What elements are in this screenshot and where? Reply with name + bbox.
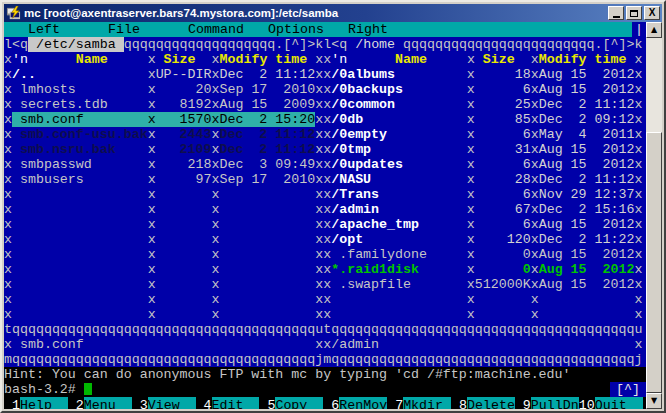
fkey-pulldn-button[interactable]: PullDn (531, 397, 579, 409)
right-file-entry[interactable]: /0backups x 6xAug 15 2012 (331, 82, 634, 97)
text-cursor (84, 383, 92, 395)
menu-item-right[interactable]: Right (348, 22, 388, 37)
panel-border: x (323, 262, 331, 277)
close-button[interactable]: X (644, 6, 660, 20)
left-panel-path[interactable]: /etc/samba (28, 37, 124, 52)
file-mtime (219, 232, 315, 247)
right-file-entry[interactable]: /opt x 120xDec 2 11:22 (331, 232, 634, 247)
panel-border: x (4, 82, 12, 97)
maximize-button[interactable] (626, 6, 642, 20)
file-size: 6 (475, 127, 531, 142)
right-file-entry[interactable]: *.raid1disk x 0xAug 15 2012 (331, 262, 634, 277)
file-size (156, 202, 212, 217)
file-size: 6 (475, 82, 531, 97)
left-file-entry[interactable]: secrets.tdb x 8192xAug 15 2009 (12, 97, 315, 112)
right-file-entry[interactable]: /admin x 67xDec 2 15:16 (331, 202, 634, 217)
right-file-entry[interactable]: /0common x 25xDec 2 11:12 (331, 97, 634, 112)
right-file-entry[interactable]: /0empty x 6xMay 4 2011 (331, 127, 634, 142)
right-panel-path[interactable]: /home (347, 37, 403, 52)
menu-item-command[interactable]: Command (188, 22, 244, 37)
fkey-mkdir-button[interactable]: Mkdir (403, 397, 451, 409)
panel-border: x (467, 277, 475, 292)
right-column-header-mtime[interactable]: Modify time (539, 52, 635, 67)
left-file-entry[interactable]: lmhosts x 20xSep 17 2010 (12, 82, 315, 97)
left-file-entry[interactable]: smb.nsru.bak x 2109xDec 2 11:12 (12, 142, 315, 157)
left-file-entry[interactable]: smbusers x 97xSep 17 2010 (12, 172, 315, 187)
left-column-header-size[interactable]: Size (156, 52, 212, 67)
menu-item-options[interactable]: Options (268, 22, 324, 37)
panel-border: x (467, 127, 475, 142)
panel-border: x (323, 217, 331, 232)
file-name (12, 187, 148, 202)
close-icon: X (649, 8, 656, 18)
file-size: 6 (475, 157, 531, 172)
panel-border: x (634, 127, 642, 142)
right-file-entry[interactable]: /Trans x 6xNov 29 12:37 (331, 187, 634, 202)
file-name: /0updates (331, 157, 467, 172)
panel-border: x (634, 142, 642, 157)
scroll-up-button[interactable]: ▲ (646, 22, 662, 38)
file-size: 120 (475, 232, 531, 247)
right-file-entry[interactable]: /0updates x 6xAug 15 2012 (331, 157, 634, 172)
column-headers: x'n Name x Size xModify time xx'n Name x… (4, 52, 646, 67)
file-size (475, 307, 531, 322)
right-panel-updir-button[interactable]: [^] (603, 37, 627, 52)
menu-item-file[interactable]: File (108, 22, 140, 37)
fkey-copy-button[interactable]: Copy (275, 397, 323, 409)
panel-border: x (323, 127, 331, 142)
right-file-entry[interactable]: .familydone x 0xAug 15 2012 (331, 247, 634, 262)
panel-border: x (4, 217, 12, 232)
right-file-entry[interactable]: /NASU x 28xDec 2 11:12 (331, 172, 634, 187)
file-mtime (219, 292, 315, 307)
left-column-header-mtime[interactable]: Modify time (219, 52, 315, 67)
left-file-entry[interactable]: /.. xUP--DIRxDec 2 11:12 (12, 67, 315, 82)
panel-bottom-line: mqqqqqqqqqqqqqqqqqqqqqqqqqqqqqqqqqqqqqqj… (4, 352, 642, 367)
fkey-delete-button[interactable]: Delete (467, 397, 515, 409)
right-file-entry[interactable]: .swapfile x512000KxAug 15 2012 (331, 277, 634, 292)
panel-border: x (467, 52, 475, 67)
right-file-entry[interactable]: /0albums x 18xAug 15 2012 (331, 67, 634, 82)
left-file-entry: x x (12, 292, 315, 307)
file-size: 85 (475, 112, 531, 127)
scroll-down-button[interactable]: ▼ (646, 393, 662, 409)
menu-bar: LeftFileCommandOptionsRight| (4, 22, 646, 37)
right-file-entry[interactable]: /0tmp x 31xAug 15 2012 (331, 142, 634, 157)
fkey-menu-button[interactable]: Menu (84, 397, 132, 409)
left-panel-updir-button[interactable]: [^] (283, 37, 307, 52)
panel-border: x (467, 97, 475, 112)
menu-item-left[interactable]: Left (28, 22, 60, 37)
right-file-entry[interactable]: /0db x 85xDec 2 09:12 (331, 112, 634, 127)
panel-border: x (148, 217, 156, 232)
file-mtime (539, 292, 635, 307)
left-file-entry[interactable]: smb.conf x 1570xDec 2 15:20 (12, 112, 315, 127)
file-size: 2443 (156, 127, 212, 142)
panel-border: x (531, 67, 539, 82)
left-file-entry[interactable]: smb.conf-usu.bakx 2443xDec 2 11:12 (12, 127, 315, 142)
fkey-view-button[interactable]: View (148, 397, 196, 409)
file-mtime: Aug 15 2009 (219, 97, 315, 112)
file-mtime: Sep 17 2010 (219, 172, 315, 187)
panel-border: x (634, 52, 642, 67)
fkey-edit-button[interactable]: Edit (212, 397, 260, 409)
minimize-button[interactable] (608, 6, 624, 20)
fkey-help-button[interactable]: Help (20, 397, 68, 409)
panel-border: x (323, 112, 331, 127)
command-line[interactable]: bash-3.2# [^] (4, 382, 646, 397)
file-list: x/.. xUP--DIRxDec 2 11:12xx/0albums x 18… (4, 67, 646, 322)
fkey-renmov-button[interactable]: RenMov (339, 397, 387, 409)
scrollbar-thumb[interactable] (646, 132, 662, 393)
panel-border: x (531, 97, 539, 112)
right-column-header-size[interactable]: Size (475, 52, 531, 67)
right-file-entry[interactable]: /apache_tmp x 6xAug 15 2012 (331, 217, 634, 232)
left-column-header-name[interactable]: Name (28, 52, 148, 67)
right-column-header-name[interactable]: Name (347, 52, 467, 67)
panel-border: >k (627, 37, 643, 52)
left-file-entry[interactable]: smbpasswd x 218xDec 3 09:49 (12, 157, 315, 172)
file-name (331, 307, 467, 322)
fkey-quit-button[interactable]: Quit (595, 397, 643, 409)
left-sort-indicator: 'n (12, 52, 28, 67)
fkey-number-6: 6 (323, 397, 339, 409)
file-size: 1570 (156, 112, 212, 127)
file-name (12, 292, 148, 307)
panel-border: x (634, 217, 642, 232)
